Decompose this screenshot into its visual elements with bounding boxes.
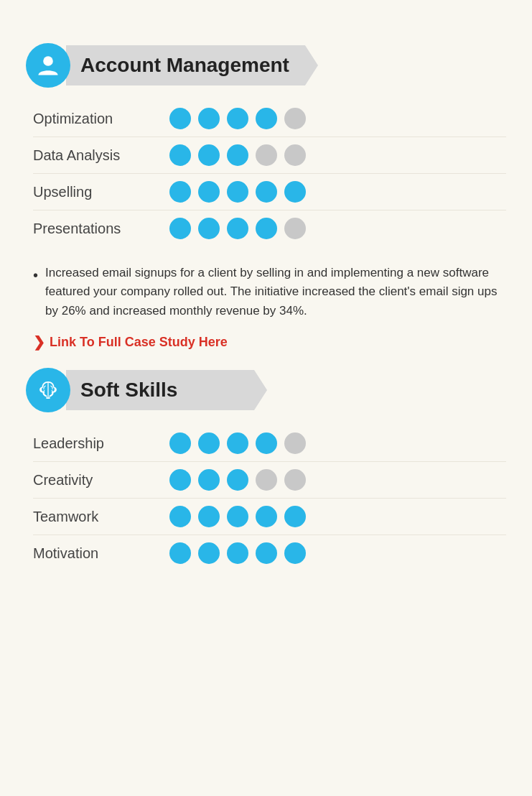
skill-dots: [169, 108, 306, 129]
filled-dot: [227, 218, 248, 239]
skill-dots: [169, 542, 306, 564]
empty-dot: [284, 144, 306, 166]
section-label-soft-skills: Soft Skills: [80, 379, 177, 401]
filled-dot: [227, 432, 248, 454]
empty-dot: [284, 218, 306, 239]
skill-dots: [169, 506, 306, 527]
filled-dot: [256, 218, 277, 239]
filled-dot: [256, 108, 277, 129]
brain-icon: [26, 368, 70, 412]
skill-name: Teamwork: [33, 509, 169, 525]
skill-name: Leadership: [33, 435, 169, 452]
filled-dot: [227, 181, 248, 203]
filled-dot: [198, 506, 220, 527]
skill-dots: [169, 218, 306, 239]
filled-dot: [256, 181, 277, 203]
bullet-marker: •: [33, 264, 38, 287]
filled-dot: [169, 144, 191, 166]
filled-dot: [284, 542, 306, 564]
filled-dot: [198, 144, 220, 166]
empty-dot: [284, 469, 306, 491]
filled-dot: [169, 542, 191, 564]
case-study-link-text: Link To Full Case Study Here: [50, 335, 228, 350]
skills-table-soft-skills: LeadershipCreativityTeamworkMotivation: [33, 425, 506, 571]
filled-dot: [169, 469, 191, 491]
empty-dot: [284, 108, 306, 129]
bullet-item: •Increased email signups for a client by…: [33, 264, 506, 320]
filled-dot: [198, 218, 220, 239]
skill-dots: [169, 432, 306, 454]
filled-dot: [284, 506, 306, 527]
skill-dots: [169, 144, 306, 166]
skill-name: Presentations: [33, 221, 169, 237]
table-row: Data Analysis: [33, 137, 506, 174]
filled-dot: [198, 181, 220, 203]
table-row: Upselling: [33, 174, 506, 210]
table-row: Teamwork: [33, 499, 506, 535]
table-row: Leadership: [33, 425, 506, 462]
filled-dot: [227, 469, 248, 491]
filled-dot: [198, 469, 220, 491]
filled-dot: [169, 181, 191, 203]
svg-point-0: [43, 56, 53, 66]
section-arrow-account-management: Account Management: [66, 45, 318, 85]
filled-dot: [169, 506, 191, 527]
table-row: Optimization: [33, 101, 506, 137]
empty-dot: [284, 432, 306, 454]
section-label-account-management: Account Management: [80, 54, 289, 76]
filled-dot: [227, 542, 248, 564]
filled-dot: [198, 432, 220, 454]
table-row: Presentations: [33, 210, 506, 246]
empty-dot: [256, 144, 277, 166]
empty-dot: [256, 469, 277, 491]
case-study-link[interactable]: ❯Link To Full Case Study Here: [33, 333, 506, 351]
filled-dot: [169, 218, 191, 239]
filled-dot: [256, 506, 277, 527]
skill-name: Creativity: [33, 472, 169, 489]
skill-name: Data Analysis: [33, 147, 169, 164]
filled-dot: [198, 108, 220, 129]
filled-dot: [198, 542, 220, 564]
filled-dot: [227, 506, 248, 527]
skill-dots: [169, 181, 306, 203]
filled-dot: [256, 542, 277, 564]
section-header-account-management: Account Management: [26, 43, 506, 88]
skill-dots: [169, 469, 306, 491]
filled-dot: [227, 144, 248, 166]
filled-dot: [169, 108, 191, 129]
bullet-text: Increased email signups for a client by …: [45, 264, 506, 320]
skills-table-account-management: OptimizationData AnalysisUpsellingPresen…: [33, 101, 506, 246]
table-row: Motivation: [33, 535, 506, 571]
person-icon: [26, 43, 70, 88]
filled-dot: [169, 432, 191, 454]
filled-dot: [256, 432, 277, 454]
filled-dot: [227, 108, 248, 129]
skill-name: Optimization: [33, 111, 169, 127]
table-row: Creativity: [33, 462, 506, 499]
chevron-right-icon: ❯: [33, 333, 45, 351]
skill-name: Motivation: [33, 545, 169, 562]
section-arrow-soft-skills: Soft Skills: [66, 370, 267, 410]
section-header-soft-skills: Soft Skills: [26, 368, 506, 412]
filled-dot: [284, 181, 306, 203]
skill-name: Upselling: [33, 184, 169, 200]
bullet-section: •Increased email signups for a client by…: [33, 264, 506, 320]
